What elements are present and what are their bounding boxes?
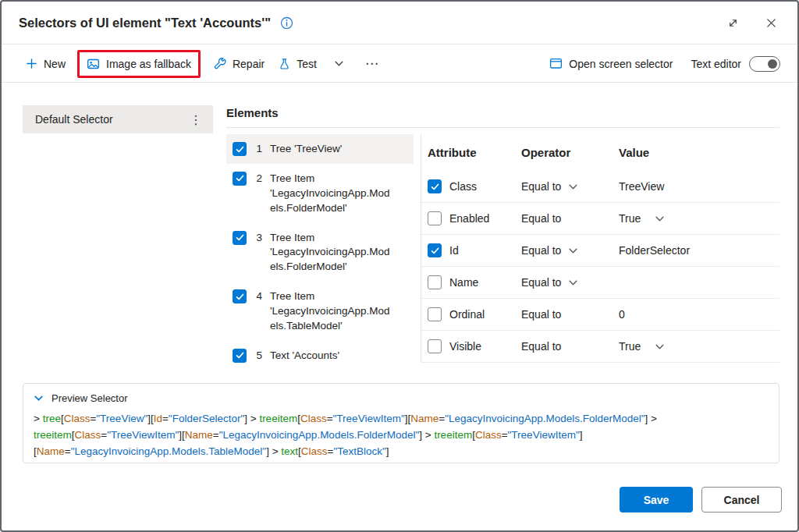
selector-value-token: "TreeViewItem" — [107, 429, 179, 441]
value-cell[interactable]: 0 — [619, 308, 779, 321]
value-label: True — [619, 340, 641, 353]
kebab-menu-icon[interactable]: ⋮ — [186, 112, 205, 127]
wrench-icon — [214, 58, 226, 70]
selector-punctuation-token: = — [162, 413, 169, 424]
expand-button[interactable] — [724, 14, 742, 32]
save-button[interactable]: Save — [620, 487, 693, 512]
value-cell[interactable]: True — [619, 340, 779, 353]
preview-selector-label: Preview Selector — [51, 392, 128, 404]
info-icon[interactable] — [280, 16, 293, 30]
selector-punctuation-token: ][ — [179, 429, 185, 441]
check-icon — [236, 293, 244, 301]
attribute-checkbox[interactable] — [428, 243, 442, 257]
attribute-name: Ordinal — [449, 308, 485, 321]
selector-element-token: text — [281, 445, 298, 457]
element-checkbox[interactable] — [233, 231, 247, 245]
sidebar-item-default-selector[interactable]: Default Selector ⋮ — [23, 105, 213, 133]
attribute-row: Class Equal to TreeView — [421, 171, 779, 203]
open-screen-selector-button[interactable]: Open screen selector — [542, 52, 680, 76]
check-icon — [236, 351, 244, 360]
elements-heading: Elements — [226, 106, 279, 119]
operator-label: Equal to — [521, 244, 561, 257]
operator-select[interactable]: Equal to — [521, 308, 619, 321]
operator-select[interactable]: Equal to — [521, 276, 619, 289]
selector-punctuation-token: = — [65, 445, 71, 457]
annotation-highlight: Image as fallback — [77, 50, 201, 78]
operator-select[interactable]: Equal to — [521, 340, 619, 353]
operator-label: Equal to — [521, 276, 561, 289]
selector-punctuation-token: ] > — [266, 445, 281, 457]
test-dropdown-button[interactable] — [327, 53, 351, 74]
value-cell[interactable]: FolderSelector — [619, 244, 779, 257]
column-header-value: Value — [619, 146, 779, 159]
element-number: 5 — [254, 349, 262, 364]
element-checkbox[interactable] — [233, 289, 247, 303]
attribute-row: Visible Equal to True — [421, 331, 779, 363]
selector-element-token: treeitem — [259, 413, 297, 424]
default-selector-label: Default Selector — [35, 113, 113, 126]
operator-select[interactable]: Equal to — [521, 212, 619, 225]
titlebar: Selectors of UI element "Text 'Accounts'… — [2, 2, 797, 44]
chevron-down-icon — [34, 393, 44, 403]
operator-select[interactable]: Equal to — [521, 180, 619, 193]
preview-selector-panel: Preview Selector > tree[Class="TreeView"… — [23, 383, 779, 463]
text-editor-toggle[interactable] — [749, 56, 780, 72]
attribute-checkbox[interactable] — [428, 339, 442, 353]
attribute-name: Visible — [449, 340, 481, 353]
selector-attribute-token: Name — [185, 429, 213, 441]
operator-label: Equal to — [521, 340, 561, 353]
image-as-fallback-button[interactable]: Image as fallback — [80, 52, 198, 76]
element-checkbox[interactable] — [233, 349, 247, 363]
element-checkbox[interactable] — [233, 142, 247, 156]
chevron-down-icon — [655, 342, 665, 352]
selector-value-token: "TextBlock" — [333, 445, 385, 457]
selector-punctuation-token: ][ — [147, 413, 154, 424]
element-list-item[interactable]: 2 Tree Item 'LegacyInvoicingApp.Models.F… — [226, 164, 414, 223]
element-list-item[interactable]: 5 Text 'Accounts' — [226, 341, 414, 371]
selector-punctuation-token: > — [34, 413, 43, 424]
chevron-down-icon — [334, 59, 344, 69]
attribute-checkbox[interactable] — [428, 275, 442, 289]
element-label: Tree Item 'LegacyInvoicingApp.Models.Tab… — [270, 289, 393, 334]
operator-label: Equal to — [521, 180, 561, 193]
test-button[interactable]: Test — [272, 52, 324, 76]
check-icon — [431, 246, 439, 255]
more-icon: ⋯ — [365, 56, 379, 71]
repair-label: Repair — [233, 58, 265, 70]
more-button[interactable]: ⋯ — [357, 52, 387, 75]
selector-punctuation-token: ] > — [244, 413, 259, 424]
selector-attribute-token: Id — [154, 413, 162, 424]
element-label: Tree Item 'LegacyInvoicingApp.Models.Fol… — [270, 231, 393, 275]
element-list-item[interactable]: 1 Tree 'TreeView' — [226, 134, 414, 164]
image-icon — [87, 58, 100, 70]
new-selector-button[interactable]: New — [19, 52, 73, 76]
attribute-checkbox[interactable] — [428, 179, 442, 193]
new-selector-label: New — [44, 58, 66, 70]
value-cell[interactable]: True — [619, 212, 779, 225]
selector-value-token: "LegacyInvoicingApp.Models.TableModel" — [71, 445, 266, 457]
check-icon — [236, 233, 244, 242]
cancel-button[interactable]: Cancel — [701, 487, 782, 512]
chevron-down-icon — [655, 214, 665, 224]
attribute-rows: Class Equal to TreeView Enabled Equal to… — [421, 171, 779, 363]
repair-button[interactable]: Repair — [207, 52, 272, 76]
attribute-checkbox[interactable] — [428, 211, 442, 225]
operator-select[interactable]: Equal to — [521, 244, 619, 257]
attribute-name: Class — [449, 180, 477, 193]
element-list-item[interactable]: 3 Tree Item 'LegacyInvoicingApp.Models.F… — [226, 223, 414, 282]
selector-attribute-token: Name — [37, 445, 65, 457]
preview-selector-toggle[interactable]: Preview Selector — [34, 392, 769, 404]
attribute-row: Enabled Equal to True — [421, 203, 779, 235]
screen-selector-icon — [549, 58, 563, 69]
element-checkbox[interactable] — [233, 172, 247, 186]
close-icon — [765, 17, 777, 29]
value-cell[interactable]: TreeView — [619, 180, 779, 193]
test-label: Test — [297, 58, 317, 70]
attribute-table-header: Attribute Operator Value — [421, 134, 779, 171]
attribute-checkbox[interactable] — [428, 307, 442, 321]
image-as-fallback-label: Image as fallback — [106, 58, 191, 70]
selector-punctuation-token: = — [213, 429, 219, 441]
element-list-item[interactable]: 4 Tree Item 'LegacyInvoicingApp.Models.T… — [226, 282, 414, 341]
close-button[interactable] — [762, 14, 780, 32]
value-label: 0 — [619, 308, 625, 321]
